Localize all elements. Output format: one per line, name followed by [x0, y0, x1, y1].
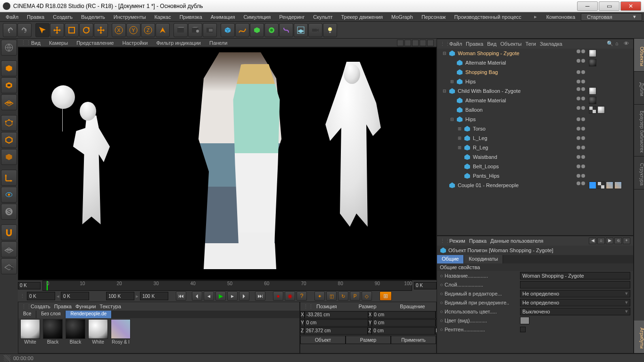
add-light-button[interactable]: [323, 23, 337, 37]
material-item[interactable]: Rosy & I: [110, 319, 132, 352]
key-pos-button[interactable]: ✦: [314, 291, 325, 301]
vp-nav-icon[interactable]: [397, 40, 404, 46]
am-lock-button[interactable]: ⎋: [614, 238, 622, 244]
timeline-ruler[interactable]: 0 10 20 30 40 50 60 70 80 90 100: [42, 280, 412, 291]
coord-input[interactable]: [372, 319, 436, 327]
record-button[interactable]: ●: [273, 291, 283, 301]
coord-input[interactable]: [305, 319, 368, 327]
maximize-button[interactable]: ▭: [599, 1, 619, 11]
object-mode-button[interactable]: [1, 60, 17, 76]
mat-create[interactable]: Создать: [31, 304, 50, 309]
tl-start[interactable]: 0 K: [18, 282, 41, 289]
tree-row[interactable]: Waistband: [437, 152, 633, 162]
coord-object-dd[interactable]: Объект: [300, 336, 346, 344]
om-view[interactable]: Вид: [487, 41, 496, 47]
menu-character[interactable]: Персонаж: [418, 13, 449, 21]
rtab-attributes[interactable]: Атрибуты: [634, 321, 644, 354]
axis-tool-button[interactable]: [1, 170, 17, 186]
tree-row[interactable]: ⊞R_Leg: [437, 143, 633, 152]
tag-icon[interactable]: [589, 87, 596, 95]
workplane-snap-button[interactable]: [1, 241, 17, 257]
menu-pipeline[interactable]: Производственный процесс: [450, 13, 525, 21]
material-item[interactable]: White: [87, 319, 109, 352]
rotate-button[interactable]: [79, 23, 93, 37]
menu-edit[interactable]: Правка: [23, 13, 48, 21]
property-field[interactable]: Не определено▾: [520, 299, 630, 306]
vp-nav-icon[interactable]: [412, 40, 419, 46]
points-mode-button[interactable]: [1, 115, 17, 131]
close-button[interactable]: ✕: [620, 1, 641, 11]
add-floor-button[interactable]: [294, 23, 308, 37]
tree-row[interactable]: Belt_Loops: [437, 162, 633, 171]
am-back-button[interactable]: ◀: [589, 238, 596, 244]
prev-key-button[interactable]: ⏴: [192, 291, 202, 301]
menu-select[interactable]: Выделить: [77, 13, 109, 21]
add-camera-button[interactable]: [308, 23, 322, 37]
tree-row[interactable]: ⊟Child With Balloon - Zygote: [437, 86, 633, 96]
vp-cameras[interactable]: Камеры: [45, 40, 72, 46]
menu-snap[interactable]: Привязка: [176, 13, 206, 21]
coord-input[interactable]: [372, 327, 435, 335]
am-fwd-button[interactable]: ▶: [606, 238, 613, 244]
tl-end[interactable]: 0 K: [414, 282, 437, 289]
material-item[interactable]: Black: [42, 319, 64, 352]
material-item[interactable]: Black: [65, 319, 86, 352]
autokey-button[interactable]: ◉: [285, 291, 295, 301]
menu-animate[interactable]: Анимация: [207, 13, 239, 21]
tree-row[interactable]: Couple 01 - Renderpeople: [437, 181, 633, 190]
tree-row[interactable]: ⊞Torso: [437, 124, 633, 133]
snap-button[interactable]: [1, 224, 17, 240]
tree-row[interactable]: ⊞Hips: [437, 77, 633, 86]
polygons-mode-button[interactable]: [1, 149, 17, 165]
tag-icon[interactable]: [589, 97, 596, 104]
property-field[interactable]: Выключено▾: [520, 308, 630, 315]
home-icon[interactable]: ⌂: [615, 41, 622, 47]
rtab-structure[interactable]: Структура: [634, 156, 644, 189]
menu-sim[interactable]: Симуляция: [239, 13, 274, 21]
om-edit[interactable]: Правка: [466, 41, 483, 47]
om-objects[interactable]: Объекты: [500, 41, 521, 47]
tweak-button[interactable]: [1, 187, 17, 203]
workplane-button[interactable]: [1, 94, 17, 110]
mat-tab-nolayer[interactable]: Без слоя: [36, 311, 66, 318]
key-rot-button[interactable]: ↻: [338, 291, 348, 301]
tag-icon[interactable]: [606, 181, 613, 189]
add-nurbs-button[interactable]: [250, 23, 264, 37]
axis-x-button[interactable]: X: [112, 23, 126, 37]
am-tab-basic[interactable]: Общие: [437, 255, 464, 263]
key-param-button[interactable]: P: [350, 291, 360, 301]
live-select-button[interactable]: [35, 23, 50, 37]
tag-icon[interactable]: [614, 181, 622, 189]
color-swatch[interactable]: [520, 317, 529, 324]
tag-icon[interactable]: [589, 181, 596, 189]
key-scale-button[interactable]: ◫: [326, 291, 337, 301]
minimize-button[interactable]: ─: [577, 1, 598, 11]
tag-icon[interactable]: [597, 106, 605, 114]
next-frame-button[interactable]: ▸: [227, 291, 238, 301]
play-button[interactable]: ▶: [215, 291, 226, 301]
om-bookmark[interactable]: Закладка: [540, 41, 562, 47]
key-options-button[interactable]: ?: [297, 291, 307, 301]
vp-filter[interactable]: Фильтр индикации: [152, 40, 205, 46]
add-deformer-button[interactable]: [279, 23, 293, 37]
coord-input[interactable]: [305, 311, 368, 319]
menu-create[interactable]: Создать: [49, 13, 76, 21]
rtab-takes[interactable]: Дубли: [634, 72, 644, 105]
timeline-button[interactable]: ⊞: [380, 291, 392, 301]
coord-size-dd[interactable]: Размер: [346, 336, 391, 344]
axis-y-button[interactable]: Y: [126, 23, 140, 37]
mat-tex[interactable]: Текстура: [99, 304, 121, 309]
axis-z-button[interactable]: Z: [141, 23, 155, 37]
pb-range-start[interactable]: 0 K: [61, 292, 89, 300]
undo-button[interactable]: [3, 23, 17, 37]
vp-nav-icon[interactable]: [427, 40, 434, 46]
am-tab-coord[interactable]: Координаты: [464, 255, 503, 263]
vp-view[interactable]: Вид: [27, 40, 44, 46]
property-field[interactable]: [520, 281, 630, 288]
coord-input[interactable]: [372, 311, 436, 319]
recent-tool-button[interactable]: [94, 23, 108, 37]
menu-mesh[interactable]: Каркас: [150, 13, 174, 21]
mat-tab-layer[interactable]: Renderpeople.de: [66, 311, 112, 318]
tree-row[interactable]: Alternate Material: [437, 58, 633, 67]
next-key-button[interactable]: ⏵: [239, 291, 249, 301]
